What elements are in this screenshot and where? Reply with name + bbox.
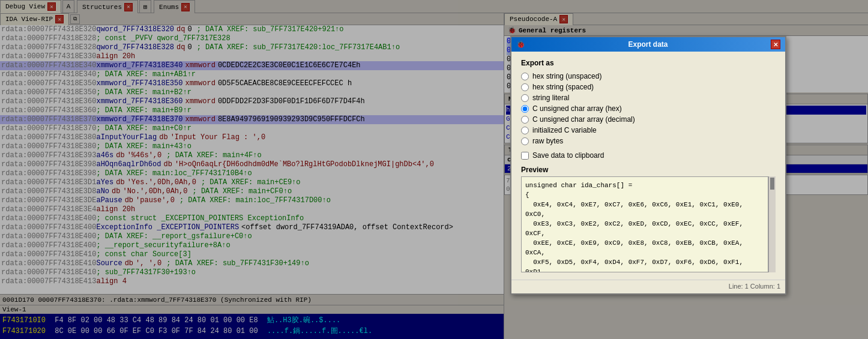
- modal-title: Export data: [628, 40, 668, 49]
- export-dialog: 🐞 Export data ✕ Export as hex string (un…: [510, 36, 786, 295]
- modal-footer: Line: 1 Column: 1: [511, 280, 785, 293]
- option-c-unsigned-hex[interactable]: C unsigned char array (hex): [521, 104, 776, 113]
- option-raw-bytes[interactable]: raw bytes: [521, 137, 776, 145]
- option-string-literal[interactable]: string literal: [521, 94, 776, 102]
- scrollbar-thumb[interactable]: [770, 178, 774, 190]
- save-clipboard-checkbox[interactable]: Save data to clipboard: [521, 151, 776, 160]
- option-c-unsigned-decimal[interactable]: C unsigned char array (decimal): [521, 115, 776, 124]
- option-hex-spaced[interactable]: hex string (spaced): [521, 83, 776, 91]
- preview-label: Preview: [521, 166, 776, 174]
- option-hex-unspaced[interactable]: hex string (unspaced): [521, 72, 776, 80]
- modal-overlay: 🐞 Export data ✕ Export as hex string (un…: [0, 0, 868, 339]
- export-options: hex string (unspaced) hex string (spaced…: [521, 72, 776, 145]
- modal-titlebar: 🐞 Export data ✕: [511, 37, 785, 52]
- export-as-label: Export as: [521, 59, 776, 67]
- footer-text: Line: 1 Column: 1: [729, 283, 780, 290]
- modal-title-icon: 🐞: [516, 40, 525, 49]
- save-clipboard-label: Save data to clipboard: [532, 151, 604, 160]
- option-initialized-c-variable[interactable]: initialized C variable: [521, 126, 776, 134]
- modal-body: Export as hex string (unspaced) hex stri…: [511, 52, 785, 280]
- preview-box: unsigned char ida_chars[] = { 0xE4, 0xC4…: [521, 176, 768, 272]
- preview-area: unsigned char ida_chars[] = { 0xE4, 0xC4…: [521, 176, 776, 272]
- preview-scrollbar[interactable]: [768, 176, 776, 272]
- modal-close-button[interactable]: ✕: [771, 40, 780, 49]
